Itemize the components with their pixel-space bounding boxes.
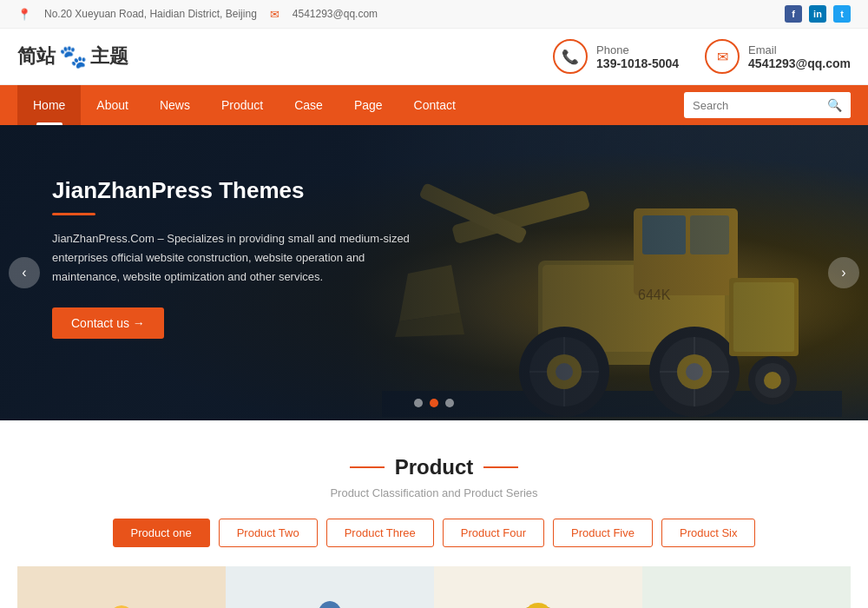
- nav-item-about[interactable]: About: [81, 85, 144, 125]
- product-card-2[interactable]: [226, 566, 434, 608]
- nav-item-home[interactable]: Home: [17, 85, 81, 125]
- slider-dot-2[interactable]: [430, 399, 438, 407]
- email-contact: ✉ Email 4541293@qq.com: [705, 39, 851, 74]
- product-tabs: Product one Product Two Product Three Pr…: [17, 519, 851, 547]
- facebook-icon[interactable]: f: [785, 5, 802, 23]
- email-info: Email 4541293@qq.com: [748, 43, 851, 70]
- header-contacts: 📞 Phone 139-1018-5004 ✉ Email 4541293@qq…: [553, 39, 851, 74]
- hero-title: JianZhanPress Themes: [52, 177, 417, 204]
- paw-icon: 🐾: [59, 43, 87, 70]
- product-section: Product Product Classification and Produ…: [0, 420, 868, 608]
- section-title-wrap: Product: [17, 455, 851, 479]
- product-image-3: [434, 566, 642, 608]
- search-button[interactable]: 🔍: [819, 92, 851, 118]
- title-line-left: [350, 466, 385, 468]
- email-label: Email: [748, 43, 851, 56]
- chevron-right-icon: ›: [841, 265, 845, 281]
- slider-next-button[interactable]: ›: [828, 257, 859, 288]
- nav-item-contact[interactable]: Contact: [398, 85, 471, 125]
- twitter-icon[interactable]: t: [833, 5, 851, 23]
- tab-product-one[interactable]: Product one: [113, 519, 210, 547]
- email-value: 4541293@qq.com: [748, 56, 851, 70]
- tab-product-five[interactable]: Product Five: [553, 519, 653, 547]
- top-bar-left: 📍 No.20 Xueyuan Road, Haidian District, …: [17, 8, 378, 21]
- tab-product-six[interactable]: Product Six: [661, 519, 755, 547]
- section-subtitle: Product Classification and Product Serie…: [17, 486, 851, 499]
- nav-item-product[interactable]: Product: [206, 85, 279, 125]
- hero-slider: 644K JianZhanPress Themes JianZhanPress.…: [0, 125, 868, 420]
- product-image-4: [642, 566, 851, 608]
- chevron-left-icon: ‹: [22, 265, 26, 281]
- search-input[interactable]: [684, 99, 819, 112]
- tab-product-three[interactable]: Product Three: [326, 519, 434, 547]
- nav-item-page[interactable]: Page: [339, 85, 398, 125]
- product-grid: [17, 566, 851, 608]
- product-card-3[interactable]: [434, 566, 642, 608]
- slider-dots: [414, 399, 454, 407]
- address-text: No.20 Xueyuan Road, Haidian District, Be…: [44, 8, 257, 20]
- title-line-right: [483, 466, 518, 468]
- slider-dot-3[interactable]: [445, 399, 454, 407]
- product-card-4[interactable]: [642, 566, 851, 608]
- navbar: Home About News Product Case Page Contac…: [0, 85, 868, 125]
- phone-info: Phone 139-1018-5004: [596, 43, 679, 70]
- hero-cta-button[interactable]: Contact us →: [52, 307, 164, 339]
- slider-dot-1[interactable]: [414, 399, 423, 407]
- nav-links: Home About News Product Case Page Contac…: [17, 85, 471, 125]
- product-image-2: [226, 566, 434, 608]
- logo[interactable]: 简站 🐾 主题: [17, 43, 128, 70]
- section-title: Product: [395, 455, 474, 479]
- nav-item-news[interactable]: News: [144, 85, 206, 125]
- top-bar: 📍 No.20 Xueyuan Road, Haidian District, …: [0, 0, 868, 29]
- hero-description: JianZhanPress.Com – Specializes in provi…: [52, 229, 417, 287]
- svg-point-38: [317, 601, 343, 608]
- location-icon: 📍: [17, 8, 31, 21]
- logo-text2: 主题: [90, 43, 128, 69]
- topbar-email: 4541293@qq.com: [293, 8, 378, 20]
- nav-item-case[interactable]: Case: [279, 85, 339, 125]
- product-image-1: [17, 566, 226, 608]
- mail-icon: ✉: [270, 8, 279, 21]
- phone-icon: 📞: [562, 49, 579, 65]
- phone-label: Phone: [596, 43, 679, 56]
- header: 简站 🐾 主题 📞 Phone 139-1018-5004 ✉ Email 45…: [0, 29, 868, 85]
- phone-value: 139-1018-5004: [596, 56, 679, 70]
- product-card-1[interactable]: [17, 566, 226, 608]
- linkedin-icon[interactable]: in: [809, 5, 826, 23]
- search-wrap: 🔍: [684, 92, 851, 118]
- svg-point-42: [528, 603, 549, 608]
- hero-divider: [52, 213, 95, 215]
- phone-contact: 📞 Phone 139-1018-5004: [553, 39, 679, 74]
- phone-icon-wrap: 📞: [553, 39, 588, 74]
- email-icon: ✉: [717, 49, 728, 65]
- social-links: f in t: [785, 5, 851, 23]
- hero-content: JianZhanPress Themes JianZhanPress.Com –…: [52, 177, 417, 339]
- email-icon-wrap: ✉: [705, 39, 740, 74]
- logo-text1: 简站: [17, 43, 56, 69]
- slider-prev-button[interactable]: ‹: [9, 257, 40, 288]
- tab-product-four[interactable]: Product Four: [443, 519, 544, 547]
- tab-product-two[interactable]: Product Two: [219, 519, 318, 547]
